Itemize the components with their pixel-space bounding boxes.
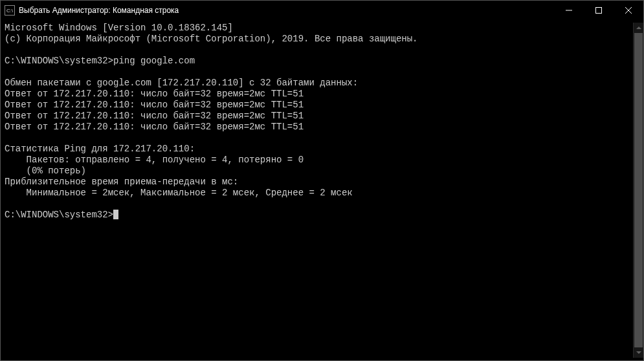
scrollbar[interactable] [633, 23, 643, 358]
cursor [113, 210, 118, 219]
minimize-button[interactable] [554, 1, 584, 20]
app-icon: C:\ [5, 5, 15, 16]
prompt: C:\WINDOWS\system32> [5, 210, 113, 220]
svg-rect-0 [596, 8, 602, 14]
terminal-output: Microsoft Windows [Version 10.0.18362.14… [5, 23, 633, 358]
maximize-icon [595, 7, 602, 14]
scrollbar-thumb[interactable] [634, 33, 643, 347]
titlebar[interactable]: C:\ Выбрать Администратор: Командная стр… [1, 1, 643, 20]
chevron-up-icon [636, 27, 641, 29]
window-controls [554, 1, 643, 20]
command-prompt-window: C:\ Выбрать Администратор: Командная стр… [0, 0, 644, 361]
scrollbar-track[interactable] [634, 33, 643, 347]
close-icon [625, 7, 632, 14]
scrollbar-down-button[interactable] [634, 347, 643, 358]
scrollbar-up-button[interactable] [634, 23, 643, 33]
window-title: Выбрать Администратор: Командная строка [19, 6, 179, 15]
minimize-icon [566, 7, 572, 14]
terminal-body[interactable]: Microsoft Windows [Version 10.0.18362.14… [1, 20, 643, 360]
maximize-button[interactable] [584, 1, 614, 20]
close-button[interactable] [614, 1, 643, 20]
app-icon-text: C:\ [6, 8, 13, 14]
chevron-down-icon [636, 351, 641, 354]
